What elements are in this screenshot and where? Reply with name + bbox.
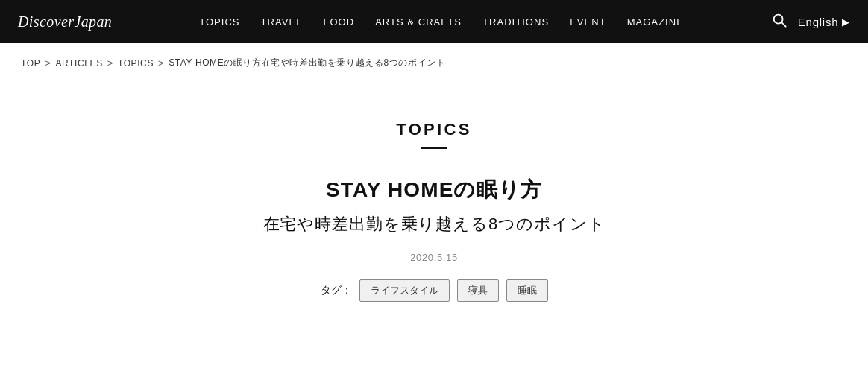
- section-divider: [421, 147, 447, 149]
- article-title-main: STAY HOMEの眠り方: [15, 176, 853, 204]
- site-header: DiscoverJapan TOPICS TRAVEL FOOD ARTS & …: [0, 0, 868, 43]
- header-right: English ▶: [771, 12, 850, 31]
- breadcrumb-topics[interactable]: TOPICS: [118, 58, 154, 69]
- breadcrumb: TOP > ARTICLES > TOPICS > STAY HOMEの眠り方在…: [0, 43, 868, 83]
- nav-food[interactable]: FOOD: [323, 16, 354, 28]
- article-title-sub: 在宅や時差出勤を乗り越える8つのポイント: [15, 213, 853, 235]
- nav-traditions[interactable]: TRADITIONS: [482, 16, 549, 28]
- breadcrumb-sep-3: >: [158, 57, 164, 69]
- language-arrow: ▶: [842, 16, 850, 28]
- svg-line-1: [781, 22, 786, 27]
- language-label: English: [798, 16, 838, 28]
- article-date: 2020.5.15: [15, 252, 853, 263]
- breadcrumb-sep-1: >: [45, 57, 51, 69]
- nav-event[interactable]: EVENT: [570, 16, 606, 28]
- tags-label: タグ：: [321, 284, 352, 297]
- section-label: TOPICS: [15, 120, 853, 139]
- tag-sleep[interactable]: 睡眠: [506, 279, 548, 302]
- breadcrumb-top[interactable]: TOP: [21, 58, 40, 69]
- breadcrumb-current: STAY HOMEの眠り方在宅や時差出勤を乗り越える8つのポイント: [169, 57, 445, 69]
- breadcrumb-sep-2: >: [107, 57, 113, 69]
- svg-point-0: [773, 15, 782, 24]
- tag-lifestyle[interactable]: ライフスタイル: [359, 279, 450, 302]
- tags-row: タグ： ライフスタイル 寝具 睡眠: [15, 279, 853, 302]
- search-icon: [771, 12, 787, 28]
- site-logo[interactable]: DiscoverJapan: [18, 13, 112, 31]
- language-switcher[interactable]: English ▶: [798, 16, 850, 28]
- nav-magazine[interactable]: MAGAZINE: [627, 16, 684, 28]
- search-button[interactable]: [771, 12, 787, 31]
- main-content: TOPICS STAY HOMEの眠り方 在宅や時差出勤を乗り越える8つのポイン…: [0, 83, 868, 332]
- breadcrumb-articles[interactable]: ARTICLES: [55, 58, 102, 69]
- main-nav: TOPICS TRAVEL FOOD ARTS & CRAFTS TRADITI…: [199, 16, 684, 28]
- nav-travel[interactable]: TRAVEL: [261, 16, 303, 28]
- tag-bedding[interactable]: 寝具: [457, 279, 499, 302]
- nav-topics[interactable]: TOPICS: [199, 16, 239, 28]
- nav-arts-crafts[interactable]: ARTS & CRAFTS: [375, 16, 462, 28]
